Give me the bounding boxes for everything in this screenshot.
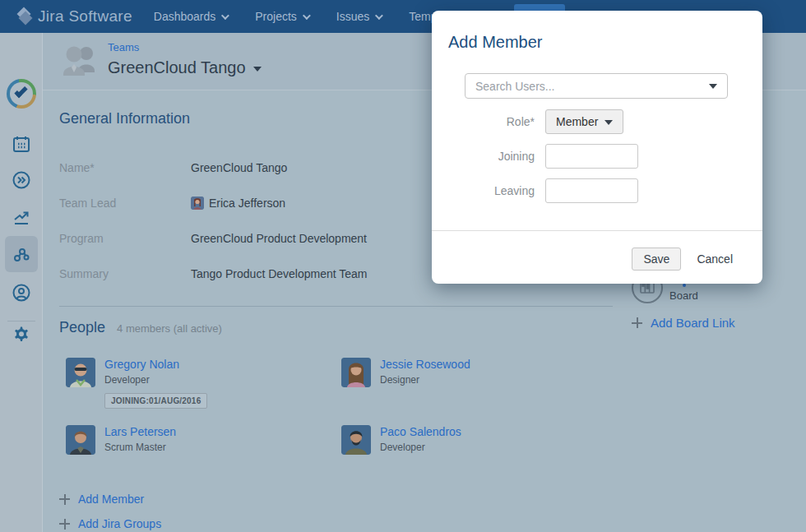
save-button[interactable]: Save — [632, 247, 681, 271]
member-name-link[interactable]: Lars Petersen — [104, 425, 176, 439]
section-heading: People — [59, 319, 105, 336]
field-label: Summary — [59, 267, 191, 280]
avatar — [191, 197, 204, 210]
plus-icon — [632, 317, 642, 328]
breadcrumb-teams-link[interactable]: Teams — [108, 41, 139, 53]
member-card: Paco Salendros Developer — [341, 425, 617, 473]
role-row: Role* Member — [432, 109, 762, 134]
jira-logo-text: Jira Software — [38, 7, 132, 25]
search-users-input[interactable] — [466, 80, 709, 93]
add-member-link[interactable]: Add Member — [59, 493, 618, 506]
jira-logo[interactable]: Jira Software — [16, 7, 132, 25]
field-value: GreenCloud Product Development — [191, 232, 367, 245]
left-sidebar — [0, 33, 43, 532]
dropdown-caret-icon — [253, 67, 262, 72]
add-jira-groups-link[interactable]: Add Jira Groups — [59, 517, 618, 530]
chevron-down-icon — [375, 12, 383, 20]
gear-icon[interactable] — [12, 324, 31, 344]
nav-item-label: Dashboards — [154, 10, 216, 23]
chart-icon[interactable] — [12, 207, 31, 227]
tempo-logo-icon[interactable] — [7, 79, 36, 109]
team-lead-name: Erica Jefferson — [209, 197, 285, 210]
field-label: Name* — [59, 161, 191, 174]
dropdown-caret-icon[interactable] — [709, 84, 717, 89]
field-label: Program — [59, 232, 191, 245]
calendar-icon[interactable] — [12, 134, 31, 154]
page-title: GreenCloud Tango — [108, 58, 246, 77]
avatar — [341, 358, 371, 387]
people-section: People 4 members (all active) Gregory No… — [59, 319, 618, 530]
page-title-dropdown[interactable]: GreenCloud Tango — [108, 58, 262, 77]
team-avatar-icon — [62, 43, 100, 79]
navbar-menu: Dashboards Projects Issues Tempo — [154, 10, 456, 23]
board-label: Board — [669, 289, 698, 303]
member-role: Designer — [380, 374, 470, 386]
chevron-down-icon — [221, 12, 229, 20]
chevron-down-icon — [303, 12, 311, 20]
app-root: Jira Software Dashboards Projects Issues… — [0, 0, 806, 532]
nav-item-issues[interactable]: Issues — [336, 10, 381, 23]
role-label: Role* — [432, 115, 535, 128]
cancel-button[interactable]: Cancel — [697, 252, 733, 266]
section-divider — [59, 306, 613, 307]
jira-logo-icon — [16, 9, 31, 24]
nav-item-label: Issues — [336, 10, 369, 23]
add-board-link[interactable]: Add Board Link — [632, 316, 735, 330]
nav-item-projects[interactable]: Projects — [255, 10, 308, 23]
member-role: Developer — [104, 374, 207, 386]
add-jira-groups-label: Add Jira Groups — [78, 517, 161, 530]
joining-badge: JOINING:01/AUG/2016 — [104, 393, 207, 409]
field-value: Erica Jefferson — [191, 197, 285, 210]
add-member-label: Add Member — [78, 493, 144, 506]
member-name-link[interactable]: Jessie Rosewood — [380, 358, 470, 372]
field-label: Team Lead — [59, 197, 191, 210]
add-board-link-label: Add Board Link — [651, 316, 735, 330]
joining-row: Joining — [432, 144, 762, 169]
user-icon[interactable] — [12, 283, 31, 303]
leaving-row: Leaving — [432, 178, 762, 203]
member-card: Gregory Nolan Developer JOINING:01/AUG/2… — [66, 358, 341, 409]
member-role: Developer — [380, 442, 461, 453]
role-select-button[interactable]: Member — [545, 109, 623, 134]
avatar — [341, 425, 371, 455]
dropdown-caret-icon — [604, 120, 613, 125]
network-icon[interactable] — [12, 245, 31, 265]
member-name-link[interactable]: Gregory Nolan — [104, 358, 207, 372]
member-role: Scrum Master — [104, 442, 176, 453]
people-subtitle: 4 members (all active) — [117, 322, 222, 335]
nav-item-label: Projects — [255, 10, 297, 23]
plus-icon — [59, 494, 70, 505]
sidebar-divider — [7, 321, 35, 322]
dialog-title: Add Member — [448, 33, 543, 52]
plus-icon — [59, 519, 70, 530]
member-grid: Gregory Nolan Developer JOINING:01/AUG/2… — [66, 358, 618, 473]
joining-date-input[interactable] — [545, 144, 638, 169]
double-chevron-icon[interactable] — [12, 170, 31, 190]
add-member-dialog: Add Member Role* Member Joining Leaving … — [432, 11, 762, 284]
member-card: Jessie Rosewood Designer — [341, 358, 617, 409]
truncated-link-fragment — [683, 284, 686, 287]
leaving-date-input[interactable] — [545, 178, 638, 203]
member-name-link[interactable]: Paco Salendros — [380, 425, 461, 439]
search-users-combobox[interactable] — [465, 73, 728, 99]
nav-item-dashboards[interactable]: Dashboards — [154, 10, 228, 23]
field-value: GreenCloud Tango — [191, 161, 287, 174]
field-value: Tango Product Development Team — [191, 267, 368, 280]
leaving-label: Leaving — [432, 184, 535, 197]
avatar — [66, 425, 95, 455]
joining-label: Joining — [432, 150, 535, 163]
avatar — [66, 358, 95, 387]
role-value: Member — [556, 115, 598, 128]
member-card: Lars Petersen Scrum Master — [66, 425, 341, 473]
dialog-footer-divider — [432, 230, 762, 231]
